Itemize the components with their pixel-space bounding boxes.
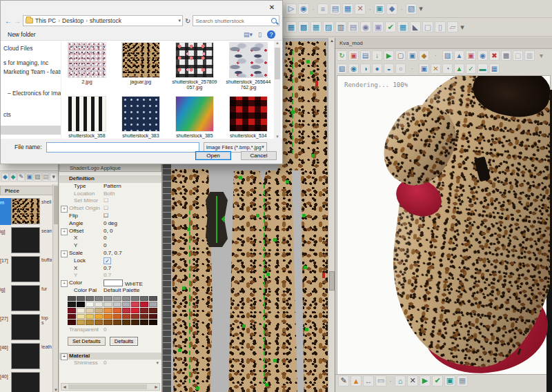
palette-swatch[interactable] (131, 302, 139, 307)
toolbar-icon[interactable]: ▢ (513, 50, 523, 61)
property-value[interactable]: Pattern (103, 183, 161, 190)
sidebar-item[interactable]: s for Imaging, Inc (1, 59, 61, 68)
palette-swatch[interactable] (122, 308, 130, 313)
toolbar-icon[interactable]: ▬ (477, 63, 488, 74)
transparent-value[interactable]: 0 (103, 326, 161, 334)
toolbar-icon[interactable]: ◆ (1, 173, 9, 182)
toolbar-icon[interactable]: ○ (395, 63, 406, 74)
toolbar-icon[interactable]: ◉ (348, 63, 359, 74)
piece-thumbnail[interactable] (11, 256, 40, 282)
palette-swatch[interactable] (77, 308, 85, 313)
collar-pattern-piece[interactable] (206, 192, 228, 247)
sidebar-item[interactable]: – Electronics for Imaging, I (1, 90, 61, 99)
palette-swatch[interactable] (131, 314, 139, 320)
palette-swatch[interactable] (131, 308, 139, 313)
toolbar-icon[interactable]: · (431, 50, 441, 61)
property-row[interactable]: Definition (59, 175, 161, 183)
property-value[interactable]: WHITE (103, 280, 161, 287)
property-row[interactable]: Y 0.7 (59, 272, 161, 280)
palette-swatch[interactable] (149, 320, 157, 325)
palette-swatch[interactable] (103, 308, 112, 313)
property-row[interactable]: Set Mirror ☐ (59, 197, 161, 205)
piece-thumbnail[interactable] (11, 314, 40, 340)
toolbar-icon[interactable]: ◣ (410, 21, 421, 32)
file-item[interactable]: shutterstock_265644762.jpg (226, 42, 271, 90)
palette-swatch[interactable] (103, 320, 112, 325)
palette-swatch[interactable] (86, 320, 94, 325)
toolbar-icon[interactable]: ✕ (431, 63, 441, 74)
toolbar-icon[interactable]: ▥ (524, 50, 535, 61)
scrollbar-thumb[interactable] (329, 271, 335, 291)
scroll-up-arrow[interactable]: ▲ (328, 39, 335, 43)
toolbar-icon[interactable]: ▷ (286, 3, 297, 14)
piece-row[interactable]: ig] seam (0, 227, 58, 254)
piece-row[interactable]: [27] top s (0, 314, 58, 341)
toolbar-icon[interactable]: ▶ (420, 375, 431, 386)
property-row[interactable]: Color WHITE (59, 280, 161, 287)
toolbar-icon[interactable]: ◆ (10, 173, 17, 182)
toolbar-icon[interactable]: · (407, 63, 417, 74)
toolbar-icon[interactable]: ▣ (348, 50, 359, 61)
piece-thumbnail[interactable] (11, 285, 40, 311)
toolbar-icon[interactable]: ▥ (335, 21, 346, 32)
toolbar-icon[interactable]: · (388, 375, 393, 386)
scrollbar-thumb[interactable] (54, 186, 58, 224)
toolbar-icon[interactable]: ▨ (323, 21, 334, 32)
toolbar-icon[interactable]: ✔ (432, 375, 443, 386)
palette-swatch[interactable] (122, 302, 130, 307)
property-row[interactable]: X 0.7 (59, 265, 161, 273)
toolbar-icon[interactable]: ▾ (50, 173, 57, 182)
palette-swatch[interactable] (86, 308, 94, 313)
toolbar-icon[interactable]: ▯ (435, 21, 446, 32)
file-thumbnail[interactable] (175, 96, 214, 132)
scroll-left-arrow[interactable]: ◄ (62, 384, 67, 390)
toolbar-icon[interactable]: ▨ (34, 173, 41, 182)
toolbar-icon[interactable]: ▣ (419, 63, 429, 74)
file-item[interactable]: shutterstock_385 (172, 96, 217, 139)
toolbar-icon[interactable]: ✎ (338, 375, 349, 386)
toolbar-icon[interactable]: ◑ (360, 63, 371, 74)
property-row[interactable]: Flip ☐ (59, 213, 161, 220)
scroll-up-arrow[interactable]: ▲ (274, 41, 281, 45)
palette-swatch[interactable] (68, 308, 76, 313)
toolbar-icon[interactable]: ⌂ (395, 375, 406, 386)
piece-row[interactable]: rn shell (0, 198, 58, 225)
toolbar-icon[interactable]: · (399, 3, 404, 14)
toolbar-icon[interactable]: ◆ (386, 3, 397, 14)
palette-swatch[interactable] (122, 296, 130, 302)
property-value[interactable]: 0 (103, 235, 161, 242)
palette-swatch[interactable] (77, 302, 85, 307)
toolbar-icon[interactable]: ▱ (447, 21, 458, 32)
toolbar-icon[interactable]: ▦ (342, 3, 353, 14)
palette-swatch[interactable] (149, 302, 157, 307)
toolbar-icon[interactable]: ▦ (457, 375, 468, 386)
toolbar-icon[interactable]: ▣ (374, 3, 385, 14)
toolbar-icon[interactable]: ▦ (286, 21, 297, 32)
toolbar-icon[interactable]: ✕ (407, 375, 418, 386)
search-icon[interactable] (271, 18, 277, 23)
property-value[interactable]: 0.7 (103, 265, 161, 273)
toolbar-icon[interactable]: ▲ (454, 50, 464, 61)
file-thumbnail[interactable] (175, 42, 214, 78)
file-thumbnail[interactable] (229, 96, 268, 132)
palette-swatch[interactable] (68, 320, 76, 325)
palette-swatch[interactable] (113, 296, 121, 302)
toolbar-icon[interactable]: ↔ (363, 375, 374, 386)
palette-swatch[interactable] (95, 320, 103, 325)
palette-swatch[interactable] (86, 302, 94, 307)
palette-swatch[interactable] (77, 296, 85, 302)
breadcrumb-item[interactable]: › (86, 17, 88, 24)
2d-scrollbar[interactable]: ▲ (328, 38, 335, 392)
piece-thumbnail[interactable] (11, 198, 40, 224)
palette-swatch[interactable] (77, 314, 85, 320)
scrollbar-thumb[interactable] (68, 384, 147, 389)
back-icon[interactable]: ← (5, 17, 12, 25)
property-value[interactable] (103, 175, 161, 183)
property-value[interactable]: Both (103, 190, 161, 198)
property-row[interactable]: Angle 0 deg (59, 220, 161, 228)
palette-swatch[interactable] (68, 302, 76, 307)
piece-thumbnail[interactable] (11, 227, 40, 253)
palette-swatch[interactable] (140, 296, 148, 302)
view-options-icon[interactable]: ▤▾ (244, 31, 253, 38)
toolbar-icon[interactable]: ▢ (422, 21, 433, 32)
